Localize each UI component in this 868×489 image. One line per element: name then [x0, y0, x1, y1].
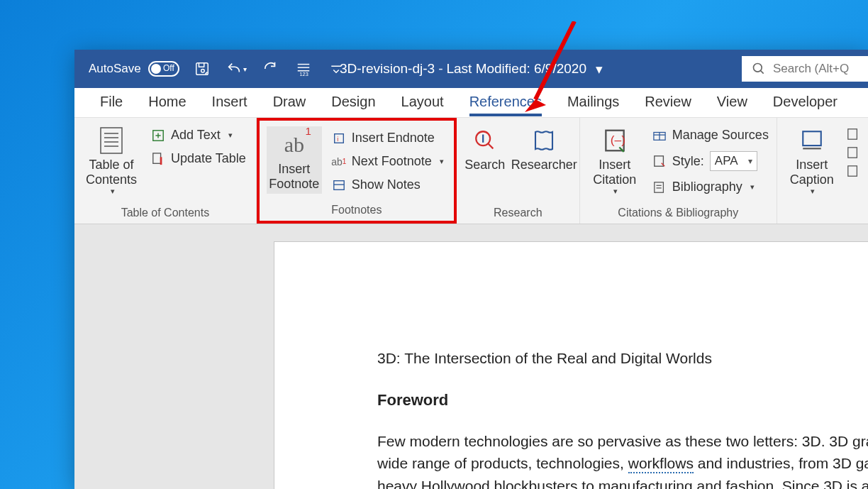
svg-rect-37 — [848, 129, 857, 139]
svg-text:(–): (–) — [610, 133, 625, 147]
body-text-2b: and industries, from 3D gam — [694, 455, 868, 471]
redo-icon[interactable] — [262, 60, 279, 77]
tab-developer[interactable]: Developer — [760, 89, 850, 116]
svg-line-8 — [761, 71, 764, 74]
group-label-footnotes: Footnotes — [267, 201, 447, 221]
bibliography-button[interactable]: Bibliography ▾ — [650, 178, 772, 196]
last-modified: Last Modified: 6/9/2020 — [446, 61, 586, 77]
tab-design[interactable]: Design — [318, 89, 388, 116]
insert-citation-button[interactable]: (–) Insert Citation ▾ — [587, 123, 642, 197]
chevron-down-icon: ▾ — [440, 157, 444, 166]
body-text-2a: wide range of products, technologies, — [377, 455, 628, 471]
manage-sources-button[interactable]: Manage Sources — [650, 126, 772, 144]
next-footnote-button[interactable]: ab1 Next Footnote ▾ — [329, 153, 447, 170]
style-value: APA — [715, 154, 738, 168]
search-input[interactable] — [773, 62, 858, 76]
partial-icon-2 — [847, 146, 859, 159]
tab-mailings[interactable]: Mailings — [555, 89, 632, 116]
tab-file[interactable]: File — [87, 89, 135, 116]
group-research: Search Researcher Research — [457, 118, 580, 224]
insert-endnote-button[interactable]: i Insert Endnote — [329, 129, 447, 147]
toc-label: Table of Contents — [86, 158, 137, 187]
autosave-label: AutoSave — [89, 62, 141, 76]
insert-citation-icon: (–) — [601, 125, 628, 156]
svg-rect-39 — [848, 166, 857, 176]
chevron-down-icon: ▾ — [111, 187, 115, 196]
chevron-down-icon: ▾ — [750, 182, 755, 192]
group-label-research: Research — [464, 204, 572, 224]
style-dropdown[interactable]: APA — [710, 151, 757, 171]
chevron-down-icon: ▾ — [811, 187, 815, 196]
svg-rect-19 — [334, 133, 343, 143]
svg-point-7 — [754, 64, 762, 72]
researcher-button[interactable]: Researcher — [516, 123, 572, 174]
separator: - — [438, 61, 443, 77]
group-table-of-contents: Table of Contents ▾ Add Text ▾ — [74, 118, 257, 224]
insert-footnote-icon: ab 1 — [284, 129, 304, 160]
show-notes-label: Show Notes — [352, 177, 421, 192]
autosave-state: Off — [163, 63, 174, 73]
group-label-citations: Citations & Bibliography — [587, 204, 769, 224]
document-page[interactable]: 3D: The Intersection of the Real and Dig… — [274, 241, 868, 489]
body-text-3: heavy Hollywood blockbusters to manufact… — [377, 478, 868, 490]
save-icon[interactable] — [194, 60, 211, 77]
body-text-1: Few modern technologies are so pervasive… — [377, 433, 868, 449]
manage-sources-icon — [652, 128, 667, 143]
update-table-label: Update Table — [171, 151, 246, 166]
insert-citation-label: Insert Citation — [593, 158, 636, 187]
toggle-dot — [151, 64, 161, 74]
document-title[interactable]: 3D-revision-dj-3 - Last Modified: 6/9/20… — [340, 61, 603, 77]
chevron-down-icon: ▾ — [613, 187, 618, 196]
word-window: AutoSave Off ▾ 123 3D — [74, 50, 868, 489]
autosave-toggle[interactable]: Off — [148, 61, 179, 77]
svg-rect-31 — [655, 156, 664, 166]
tab-draw[interactable]: Draw — [260, 89, 319, 116]
table-of-contents-button[interactable]: Table of Contents ▾ — [82, 123, 141, 197]
line-numbers-icon[interactable]: 123 — [295, 60, 312, 77]
style-selector[interactable]: Style: APA — [650, 150, 772, 172]
style-icon — [652, 154, 667, 168]
tab-references[interactable]: References — [457, 89, 555, 116]
show-notes-button[interactable]: Show Notes — [329, 176, 447, 194]
svg-rect-9 — [101, 128, 122, 153]
add-text-icon — [151, 128, 165, 143]
titlebar: AutoSave Off ▾ 123 3D — [74, 50, 868, 88]
insert-footnote-button[interactable]: ab 1 Insert Footnote — [267, 126, 322, 194]
group-footnotes: ab 1 Insert Footnote i Insert Endnote — [257, 118, 457, 224]
svg-rect-38 — [848, 148, 857, 158]
search-label: Search — [464, 158, 505, 172]
doc-body: Few modern technologies are so pervasive… — [377, 430, 868, 490]
document-area: 3D: The Intersection of the Real and Dig… — [74, 224, 868, 489]
tab-layout[interactable]: Layout — [389, 89, 457, 116]
svg-rect-32 — [655, 182, 664, 192]
search-icon — [752, 62, 766, 76]
next-footnote-label: Next Footnote — [352, 154, 432, 169]
doc-foreword-heading: Foreword — [377, 388, 868, 412]
undo-icon[interactable]: ▾ — [226, 60, 247, 77]
tab-view[interactable]: View — [704, 89, 760, 116]
next-footnote-icon: ab1 — [332, 155, 346, 169]
tab-home[interactable]: Home — [135, 89, 199, 116]
spelling-underline[interactable]: workflows — [628, 455, 694, 473]
insert-caption-label: Insert Caption — [790, 158, 834, 187]
svg-text:i: i — [337, 135, 338, 142]
chevron-down-icon: ▾ — [228, 131, 233, 140]
update-table-button[interactable]: Update Table — [148, 150, 249, 167]
tab-insert[interactable]: Insert — [199, 89, 260, 116]
insert-footnote-label: Insert Footnote — [269, 162, 319, 191]
chevron-down-icon: ▾ — [596, 61, 603, 77]
svg-rect-18 — [160, 157, 162, 165]
show-notes-icon — [332, 178, 346, 192]
update-table-icon — [151, 152, 165, 166]
partial-icon-3 — [847, 165, 859, 177]
tab-review[interactable]: Review — [632, 89, 704, 116]
doc-name: 3D-revision-dj-3 — [340, 61, 435, 77]
autosave: AutoSave Off — [89, 61, 179, 77]
insert-endnote-icon: i — [332, 131, 346, 145]
search-button[interactable]: Search — [464, 123, 506, 174]
insert-caption-button[interactable]: Insert Caption ▾ — [784, 123, 840, 197]
add-text-label: Add Text — [171, 128, 221, 143]
add-text-button[interactable]: Add Text ▾ — [148, 126, 249, 144]
search-icon — [473, 125, 497, 156]
search-box[interactable] — [742, 56, 868, 82]
